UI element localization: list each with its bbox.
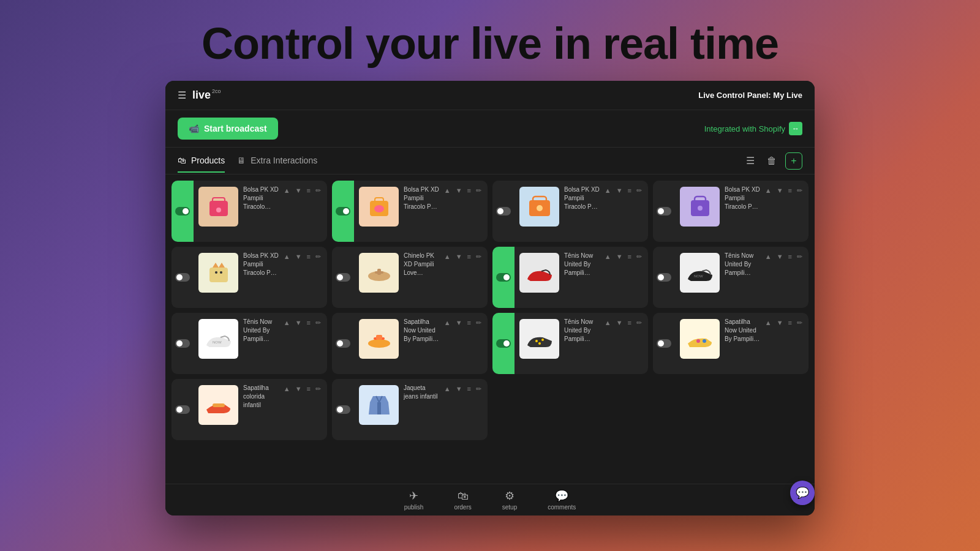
product-info: Sapatilha Now United By Pampili Infantil… (725, 313, 764, 374)
edit-button[interactable]: ✏ (314, 384, 322, 394)
nav-item-orders[interactable]: 🛍 orders (454, 490, 471, 511)
move-up-button[interactable]: ▲ (443, 186, 452, 195)
list-button[interactable]: ≡ (787, 252, 793, 261)
move-down-button[interactable]: ▼ (454, 186, 464, 195)
product-info: Bolsa PK XD Pampili Tiracolo Pet Unicórn… (243, 247, 282, 308)
nav-item-setup[interactable]: ⚙ setup (502, 489, 517, 511)
move-down-button[interactable]: ▼ (615, 252, 624, 261)
chat-bubble-button[interactable]: 💬 (790, 481, 815, 505)
list-button[interactable]: ≡ (466, 252, 472, 261)
list-button[interactable]: ≡ (787, 318, 793, 328)
menu-icon[interactable]: ☰ (178, 89, 186, 101)
move-up-button[interactable]: ▲ (603, 186, 612, 195)
product-name: Tênis Now United By Pampili Infantil Fem… (243, 318, 280, 343)
edit-button[interactable]: ✏ (635, 252, 643, 262)
move-up-button[interactable]: ▲ (603, 318, 612, 328)
list-button[interactable]: ≡ (627, 186, 633, 195)
list-button[interactable]: ≡ (466, 384, 472, 394)
bottom-nav: ✈ publish 🛍 orders ⚙ setup 💬 comments (165, 484, 815, 515)
product-actions: ▲ ▼ ≡ ✏ (603, 247, 648, 308)
edit-button[interactable]: ✏ (314, 318, 322, 328)
move-down-button[interactable]: ▼ (775, 318, 785, 328)
list-button[interactable]: ≡ (466, 318, 472, 328)
move-up-button[interactable]: ▲ (443, 252, 452, 261)
svg-point-8 (537, 205, 543, 211)
move-down-button[interactable]: ▼ (775, 252, 785, 261)
list-button[interactable]: ≡ (306, 252, 312, 261)
move-down-button[interactable]: ▼ (615, 318, 624, 328)
edit-button[interactable]: ✏ (475, 186, 483, 196)
edit-button[interactable]: ✏ (635, 318, 643, 328)
delete-button[interactable]: 🗑 (763, 152, 780, 170)
list-button[interactable]: ≡ (466, 186, 472, 195)
product-toggle[interactable] (496, 339, 511, 348)
move-down-button[interactable]: ▼ (615, 186, 624, 195)
list-button[interactable]: ≡ (306, 186, 312, 195)
product-toggle[interactable] (657, 339, 671, 348)
add-product-button[interactable]: + (785, 152, 802, 170)
product-info: Bolsa PK XD Pampili Tiracolo Pet Pampa R… (404, 181, 443, 242)
move-up-button[interactable]: ▲ (764, 318, 773, 328)
edit-button[interactable]: ✏ (475, 318, 483, 328)
product-actions: ▲ ▼ ≡ ✏ (764, 181, 809, 242)
edit-button[interactable]: ✏ (635, 186, 643, 196)
product-toggle[interactable] (336, 207, 350, 216)
toolbar: 📹 Start broadcast Integrated with Shopif… (165, 110, 815, 148)
svg-point-16 (220, 271, 222, 274)
tab-extra-interactions[interactable]: 🖥 Extra Interactions (237, 149, 317, 173)
nav-item-comments[interactable]: 💬 comments (548, 489, 576, 511)
product-toggle[interactable] (496, 273, 511, 282)
edit-button[interactable]: ✏ (314, 252, 322, 262)
move-up-button[interactable]: ▲ (282, 384, 292, 394)
move-down-button[interactable]: ▼ (454, 318, 464, 328)
list-button[interactable]: ≡ (627, 252, 633, 261)
move-down-button[interactable]: ▼ (454, 384, 464, 394)
move-up-button[interactable]: ▲ (443, 384, 452, 394)
move-down-button[interactable]: ▼ (294, 186, 303, 195)
products-content: Bolsa PK XD Pampili Tiracolo Poppy Pink … (165, 174, 815, 484)
shopify-arrow-icon[interactable]: ↔ (789, 122, 802, 135)
tab-products[interactable]: 🛍 Products (178, 149, 225, 173)
product-toggle[interactable] (336, 405, 350, 414)
move-up-button[interactable]: ▲ (282, 252, 292, 261)
edit-button[interactable]: ✏ (796, 186, 804, 196)
list-button[interactable]: ≡ (787, 186, 793, 195)
product-toggle[interactable] (336, 273, 350, 282)
edit-button[interactable]: ✏ (314, 186, 322, 196)
move-up-button[interactable]: ▲ (282, 186, 292, 195)
move-down-button[interactable]: ▼ (454, 252, 464, 261)
edit-button[interactable]: ✏ (796, 252, 804, 262)
product-toggle[interactable] (336, 339, 350, 348)
list-button[interactable]: ≡ (306, 318, 312, 328)
product-toggle[interactable] (175, 405, 190, 414)
product-toggle[interactable] (657, 273, 671, 282)
move-down-button[interactable]: ▼ (775, 186, 785, 195)
move-up-button[interactable]: ▲ (764, 252, 773, 261)
product-toggle[interactable] (496, 207, 511, 216)
product-active-bar (172, 247, 194, 308)
product-name: Tênis Now United By Pampili Infantil Fem… (725, 252, 761, 277)
product-toggle[interactable] (175, 339, 190, 348)
edit-button[interactable]: ✏ (475, 384, 483, 394)
edit-button[interactable]: ✏ (475, 252, 483, 262)
list-button[interactable]: ≡ (627, 318, 633, 328)
product-toggle[interactable] (175, 273, 190, 282)
product-active-bar (492, 247, 514, 308)
move-up-button[interactable]: ▲ (764, 186, 773, 195)
product-toggle[interactable] (175, 207, 190, 216)
move-up-button[interactable]: ▲ (603, 252, 612, 261)
logo: live 2co (192, 88, 221, 102)
move-down-button[interactable]: ▼ (294, 252, 303, 261)
move-down-button[interactable]: ▼ (294, 384, 303, 394)
list-view-button[interactable]: ☰ (742, 151, 758, 170)
start-broadcast-button[interactable]: 📹 Start broadcast (178, 118, 278, 140)
move-up-button[interactable]: ▲ (443, 318, 452, 328)
product-actions: ▲ ▼ ≡ ✏ (282, 379, 327, 440)
list-button[interactable]: ≡ (306, 384, 312, 394)
edit-button[interactable]: ✏ (796, 318, 804, 328)
product-toggle[interactable] (657, 207, 671, 216)
move-up-button[interactable]: ▲ (282, 318, 292, 328)
svg-point-28 (696, 339, 700, 343)
nav-item-publish[interactable]: ✈ publish (404, 489, 424, 511)
move-down-button[interactable]: ▼ (294, 318, 303, 328)
